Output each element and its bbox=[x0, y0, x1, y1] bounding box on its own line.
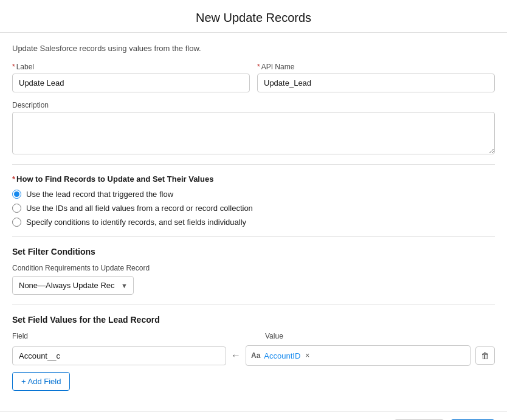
label-required: * bbox=[12, 63, 15, 71]
subtitle: Update Salesforce records using values f… bbox=[12, 44, 495, 53]
api-name-field-label: *API Name bbox=[257, 63, 495, 71]
field-name-input[interactable] bbox=[12, 346, 226, 365]
api-required: * bbox=[257, 63, 260, 71]
add-field-button[interactable]: + Add Field bbox=[12, 372, 70, 391]
radio-option-3[interactable] bbox=[12, 218, 21, 227]
value-col-label: Value bbox=[265, 332, 469, 340]
modal-footer: Cancel Done bbox=[0, 411, 507, 420]
radio-option-1[interactable] bbox=[12, 190, 21, 199]
field-col-label: Field bbox=[12, 332, 216, 340]
radio-item-1[interactable]: Use the lead record that triggered the f… bbox=[12, 190, 495, 199]
modal-header: New Update Records bbox=[0, 0, 507, 33]
radio-option-2[interactable] bbox=[12, 204, 21, 213]
field-values-section: Set Field Values for the Lead Record Fie… bbox=[12, 315, 495, 391]
modal-title: New Update Records bbox=[12, 11, 495, 25]
label-input[interactable] bbox=[12, 74, 250, 92]
field-input-wrap bbox=[12, 346, 226, 365]
condition-requirements-label: Condition Requirements to Update Record bbox=[12, 264, 495, 272]
label-api-row: *Label *API Name bbox=[12, 63, 495, 92]
value-type-icon: Aa bbox=[251, 351, 260, 360]
condition-select-wrapper: None—Always Update Record ▼ bbox=[12, 276, 134, 295]
condition-select[interactable]: None—Always Update Record bbox=[12, 276, 134, 295]
filter-section: Set Filter Conditions Condition Requirem… bbox=[12, 247, 495, 295]
label-field-label: *Label bbox=[12, 63, 250, 71]
find-records-section: *How to Find Records to Update and Set T… bbox=[12, 174, 495, 227]
find-required: * bbox=[12, 174, 15, 184]
api-name-group: *API Name bbox=[257, 63, 495, 92]
find-records-label: *How to Find Records to Update and Set T… bbox=[12, 174, 495, 184]
delete-field-button[interactable]: 🗑 bbox=[475, 346, 495, 365]
filter-section-title: Set Filter Conditions bbox=[12, 247, 495, 256]
trash-icon: 🗑 bbox=[481, 351, 489, 360]
description-label: Description bbox=[12, 101, 495, 109]
description-textarea[interactable] bbox=[12, 112, 495, 154]
divider-2 bbox=[12, 236, 495, 237]
radio-item-3[interactable]: Specify conditions to identify records, … bbox=[12, 218, 495, 227]
divider-1 bbox=[12, 164, 495, 165]
divider-3 bbox=[12, 305, 495, 305]
radio-item-2[interactable]: Use the IDs and all field values from a … bbox=[12, 204, 495, 213]
modal: New Update Records Update Salesforce rec… bbox=[0, 0, 507, 420]
radio-group: Use the lead record that triggered the f… bbox=[12, 190, 495, 227]
field-row: ← Aa AccountID × 🗑 bbox=[12, 345, 495, 366]
label-group: *Label bbox=[12, 63, 250, 92]
field-values-title: Set Field Values for the Lead Record bbox=[12, 315, 495, 325]
modal-body: Update Salesforce records using values f… bbox=[0, 33, 507, 411]
chip-value-text: AccountID bbox=[264, 351, 300, 360]
arrow-left-icon: ← bbox=[231, 350, 241, 361]
api-name-input[interactable] bbox=[257, 74, 495, 92]
value-chip-container: Aa AccountID × bbox=[246, 345, 471, 366]
field-row-header: Field Value bbox=[12, 332, 495, 340]
chip-close-icon[interactable]: × bbox=[305, 351, 309, 360]
description-group: Description bbox=[12, 101, 495, 154]
